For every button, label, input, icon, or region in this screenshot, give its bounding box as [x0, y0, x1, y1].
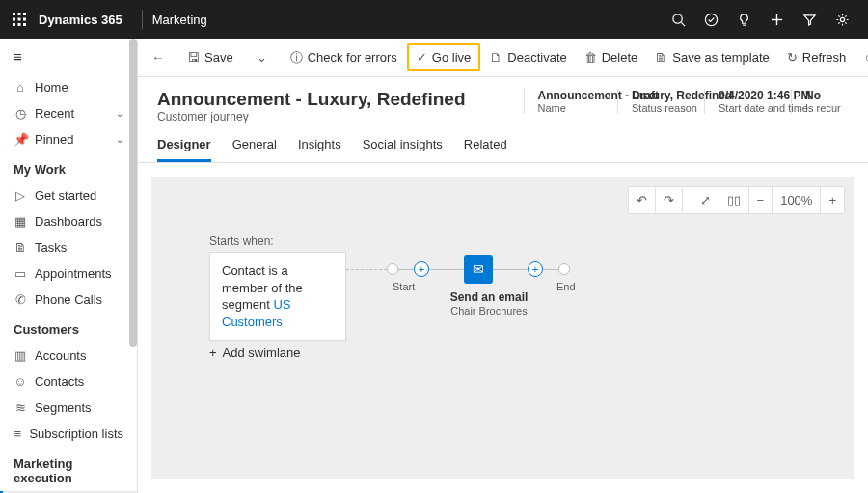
zoom-level: 100% [773, 187, 821, 213]
svg-rect-5 [23, 18, 26, 21]
svg-point-15 [840, 17, 844, 21]
nav-phone-calls[interactable]: ✆Phone Calls [0, 287, 137, 313]
collapse-nav-icon[interactable]: ≡ [0, 39, 137, 74]
delete-button[interactable]: 🗑Delete [577, 45, 646, 69]
start-label: Start [393, 281, 415, 292]
nav-appointments[interactable]: ▭Appointments [0, 260, 137, 287]
search-icon[interactable] [671, 13, 704, 27]
home-icon: ⌂ [14, 80, 27, 95]
global-top-bar: Dynamics 365 Marketing [0, 0, 868, 39]
field-value: No [805, 89, 835, 102]
start-node[interactable] [387, 263, 398, 275]
calendar-icon: ▭ [14, 266, 27, 281]
tab-social-insights[interactable]: Social insights [363, 129, 443, 162]
chevron-down-icon: ⌄ [116, 108, 123, 119]
start-condition-card[interactable]: Contact is a member of the segment US Cu… [209, 252, 346, 341]
add-node-button[interactable]: + [414, 261, 429, 277]
brand-label: Dynamics 365 [39, 13, 132, 27]
zoom-in-button[interactable]: + [821, 187, 844, 213]
arrow-left-icon: ← [151, 50, 164, 65]
nav-pinned[interactable]: 📌Pinned⌄ [0, 126, 137, 152]
pin-icon: 📌 [14, 132, 27, 147]
task-icon[interactable] [704, 13, 737, 27]
end-node[interactable] [558, 263, 570, 275]
field-label: Start date and time [719, 102, 748, 114]
nav-label: Tasks [35, 240, 67, 255]
main-area: ← 🖫Save ⌄ ⓘCheck for errors ✓Go live 🗋De… [138, 39, 868, 493]
redo-button[interactable]: ↷ [656, 187, 683, 213]
nav-accounts[interactable]: ▥Accounts [0, 342, 137, 369]
header-field-start: 9/4/2020 1:46 PM Start date and time [704, 89, 762, 114]
connector [346, 269, 387, 270]
separator [142, 10, 143, 29]
expand-button[interactable]: ⤢ [692, 187, 719, 213]
nav-label: Segments [35, 400, 92, 415]
tab-general[interactable]: General [232, 129, 277, 162]
nav-recent[interactable]: ◷Recent⌄ [0, 100, 137, 126]
svg-rect-8 [23, 23, 26, 26]
svg-rect-6 [13, 23, 15, 26]
field-label: Name [538, 102, 575, 114]
designer-wrapper: ↶ ↷ ⤢ ▯▯ − 100% + Starts when: Contact i… [138, 163, 868, 493]
chevron-down-button[interactable]: ⌄ [249, 45, 275, 69]
deactivate-icon: 🗋 [490, 50, 502, 65]
chevron-down-icon: ⌄ [116, 134, 123, 145]
page-title: Announcement - Luxury, Redefined [157, 89, 466, 110]
add-node-button[interactable]: + [528, 261, 543, 277]
zoom-out-button[interactable]: − [749, 187, 773, 213]
segments-icon: ≋ [14, 400, 27, 415]
left-nav: ≡ ⌂Home ◷Recent⌄ 📌Pinned⌄ My Work ▷Get s… [0, 39, 138, 493]
scrollbar[interactable] [129, 39, 137, 347]
field-value: Draft [632, 89, 662, 102]
nav-label: Subscription lists [29, 426, 123, 441]
separator [683, 187, 692, 213]
email-node[interactable]: ✉ [464, 255, 493, 284]
add-swimlane-button[interactable]: +Add swimlane [209, 345, 301, 360]
nav-subscription-lists[interactable]: ≡Subscription lists [0, 421, 137, 447]
deactivate-button[interactable]: 🗋Deactivate [482, 45, 574, 69]
command-bar: ← 🖫Save ⌄ ⓘCheck for errors ✓Go live 🗋De… [138, 39, 868, 77]
back-button[interactable]: ← [144, 45, 172, 69]
nav-get-started[interactable]: ▷Get started [0, 182, 137, 208]
journey-flow: + ✉ + [346, 260, 570, 279]
nav-home[interactable]: ⌂Home [0, 74, 137, 100]
lightbulb-icon[interactable] [737, 13, 770, 27]
refresh-button[interactable]: ↻Refresh [779, 45, 854, 69]
entity-name: Customer journey [157, 110, 466, 123]
save-button[interactable]: 🖫Save [179, 45, 241, 69]
header-field-status: Draft Status reason [617, 89, 675, 114]
connector [493, 269, 528, 270]
add-icon[interactable] [770, 13, 802, 27]
nav-dashboards[interactable]: ▦Dashboards [0, 208, 137, 234]
app-launcher-icon[interactable] [0, 13, 39, 26]
filter-icon[interactable] [802, 13, 835, 27]
app-name: Marketing [152, 13, 207, 27]
svg-point-9 [673, 14, 682, 22]
template-icon: 🗎 [655, 50, 667, 65]
end-label: End [556, 281, 576, 292]
assign-button[interactable]: ☺Assign [855, 45, 868, 69]
undo-button[interactable]: ↶ [629, 187, 656, 213]
connector [398, 269, 414, 270]
minimap-button[interactable]: ▯▯ [719, 187, 749, 213]
cmd-label: Delete [602, 50, 638, 65]
tab-designer[interactable]: Designer [157, 129, 211, 162]
save-template-button[interactable]: 🗎Save as template [647, 45, 776, 69]
svg-rect-2 [23, 13, 26, 15]
tab-insights[interactable]: Insights [298, 129, 341, 162]
gear-icon[interactable] [835, 13, 868, 27]
nav-contacts[interactable]: ☺Contacts [0, 369, 137, 395]
svg-point-11 [705, 14, 717, 25]
svg-line-10 [681, 22, 685, 26]
plus-icon: + [209, 345, 217, 360]
tab-related[interactable]: Related [464, 129, 507, 162]
nav-segments[interactable]: ≋Segments [0, 395, 137, 421]
check-errors-button[interactable]: ⓘCheck for errors [283, 44, 405, 71]
go-live-button[interactable]: ✓Go live [407, 43, 480, 71]
nav-label: Appointments [35, 266, 112, 281]
nav-tasks[interactable]: 🗎Tasks [0, 234, 137, 260]
clipboard-icon: 🗎 [14, 240, 27, 255]
grid-icon: ▦ [14, 214, 27, 229]
designer-canvas[interactable]: ↶ ↷ ⤢ ▯▯ − 100% + Starts when: Contact i… [151, 177, 854, 479]
svg-rect-7 [18, 23, 21, 26]
